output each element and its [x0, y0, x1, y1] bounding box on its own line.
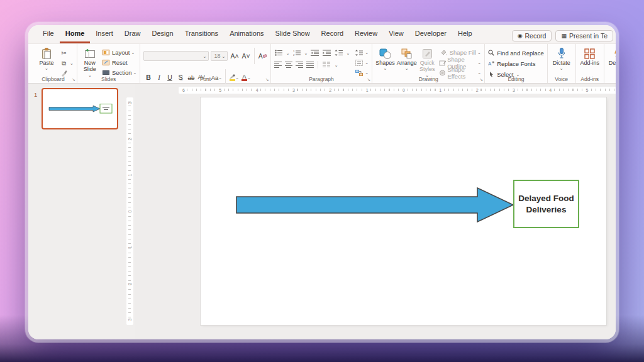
clear-formatting-button[interactable]: A: [258, 52, 267, 61]
editing-group: Find and Replace A Replace Fonts Select …: [485, 44, 547, 83]
voice-group: Dictate ⌄ Voice: [548, 44, 576, 83]
numbering-icon[interactable]: 12: [292, 48, 302, 57]
slide-number: 1: [34, 91, 37, 98]
thumbnail-preview: [43, 89, 117, 128]
slide-canvas[interactable]: Delayed Food Deliveries: [201, 97, 606, 325]
dialog-launcher-icon[interactable]: ↘: [265, 77, 269, 82]
ribbon: Paste ⌄ ✂ ⧉⌄ Clipboard ↘ New Slide ⌄: [28, 43, 616, 84]
chevron-down-icon: ⌄: [384, 66, 387, 70]
chevron-down-icon: ⌄: [70, 61, 74, 65]
dialog-launcher-icon[interactable]: ↘: [479, 77, 483, 82]
ribbon-tab-bar: File Home Insert Draw Design Transitions…: [28, 25, 616, 43]
tab-view[interactable]: View: [383, 25, 409, 43]
font-size-combobox[interactable]: 18⌄: [211, 51, 228, 61]
chevron-down-icon: ⌄: [131, 50, 135, 55]
text-direction-button[interactable]: ⌄: [354, 48, 369, 57]
add-ins-button[interactable]: Add-ins: [579, 47, 601, 66]
addins-group: Add-ins Add-ins: [576, 44, 604, 83]
chevron-down-icon: ⌄: [45, 66, 48, 70]
align-left-icon[interactable]: [274, 60, 282, 69]
dialog-launcher-icon[interactable]: ↘: [367, 77, 370, 82]
align-text-button[interactable]: ⌄: [354, 58, 369, 67]
shapes-button[interactable]: Shapes ⌄: [375, 47, 395, 70]
chevron-down-icon: ⌄: [222, 54, 226, 58]
powerpoint-window: File Home Insert Draw Design Transitions…: [28, 25, 616, 339]
replace-fonts-icon: A: [488, 60, 494, 68]
horizontal-ruler[interactable]: 6 5 4 3 2 1 0 1 2 3 4 5 6: [179, 87, 616, 94]
font-group-label: Font: [140, 76, 270, 82]
tab-animations[interactable]: Animations: [224, 25, 269, 43]
tab-developer[interactable]: Developer: [409, 25, 452, 43]
present-in-teams-button[interactable]: ▦ Present in Te: [555, 30, 613, 41]
delayed-food-deliveries-textbox[interactable]: Delayed Food Deliveries: [513, 180, 579, 228]
columns-icon[interactable]: [322, 60, 331, 69]
paragraph-group-label: Paragraph: [271, 76, 372, 82]
tab-record[interactable]: Record: [316, 25, 349, 43]
arrange-button[interactable]: Arrange ⌄: [397, 47, 417, 70]
tab-help[interactable]: Help: [452, 25, 478, 43]
cut-icon[interactable]: ✂: [59, 49, 69, 58]
chevron-down-icon: ⌄: [560, 66, 564, 70]
tab-draw[interactable]: Draw: [119, 25, 147, 43]
svg-text:2: 2: [293, 53, 295, 56]
paste-button[interactable]: Paste ⌄: [36, 47, 57, 70]
chevron-down-icon: ⌄: [203, 54, 207, 58]
dialog-launcher-icon[interactable]: ↘: [72, 77, 75, 82]
editing-group-label: Editing: [485, 76, 547, 82]
eraser-icon: [263, 54, 267, 58]
vertical-ruler[interactable]: 3 2 1 0 1 2 3: [126, 97, 133, 325]
tab-transitions[interactable]: Transitions: [179, 25, 224, 43]
reset-button[interactable]: Reset: [101, 58, 137, 67]
reset-icon: [101, 58, 111, 67]
record-button[interactable]: ◉ Record: [512, 30, 552, 41]
font-group: ⌄ 18⌄ A˄ A˅ A B I U S ab AV⌄ Aa⌄ ⌄: [140, 44, 270, 83]
tab-file[interactable]: File: [37, 25, 60, 43]
grow-font-button[interactable]: A˄: [230, 52, 239, 61]
microphone-icon: [558, 47, 565, 60]
quick-styles-icon: [422, 47, 433, 60]
tab-insert[interactable]: Insert: [90, 25, 119, 43]
clipboard-icon: [42, 47, 52, 60]
align-right-icon[interactable]: [296, 60, 303, 69]
slide-1-thumbnail[interactable]: [42, 88, 118, 129]
slide-workspace: 6 5 4 3 2 1 0 1 2 3 4 5 6: [135, 84, 616, 339]
slides-group-label: Slides: [77, 76, 140, 82]
quick-styles-button[interactable]: Quick Styles ⌄: [419, 47, 436, 77]
arrange-icon: [401, 47, 413, 60]
line-spacing-icon[interactable]: [334, 48, 343, 57]
tab-design[interactable]: Design: [146, 25, 179, 43]
addins-group-label: Add-ins: [576, 76, 604, 82]
bullets-icon[interactable]: [274, 48, 284, 57]
layout-button[interactable]: Layout ⌄: [101, 48, 137, 57]
record-icon: ◉: [518, 33, 523, 39]
dictate-button[interactable]: Dictate ⌄: [551, 47, 572, 70]
slide-thumbnail-pane: 1: [28, 84, 126, 339]
font-name-combobox[interactable]: ⌄: [143, 51, 209, 61]
find-and-replace-button[interactable]: Find and Replace: [488, 48, 543, 58]
increase-indent-icon[interactable]: [322, 48, 331, 57]
present-icon: ▦: [561, 33, 567, 39]
align-center-icon[interactable]: [285, 60, 292, 69]
chevron-down-icon: ⌄: [133, 70, 137, 75]
tab-review[interactable]: Review: [349, 25, 383, 43]
vertical-ruler-column: 3 2 1 0 1 2 3: [126, 84, 135, 339]
tab-home[interactable]: Home: [60, 25, 91, 43]
shape-outline-icon: [439, 58, 446, 67]
search-icon: [488, 50, 494, 57]
designer-button[interactable]: Designer: [608, 47, 616, 66]
decrease-indent-icon[interactable]: [310, 48, 319, 57]
chevron-down-icon: ⌄: [405, 66, 409, 70]
drawing-group-label: Drawing: [372, 76, 484, 82]
tab-slide-show[interactable]: Slide Show: [270, 25, 316, 43]
shrink-font-button[interactable]: A˅: [242, 52, 251, 61]
text-direction-icon: [354, 48, 364, 57]
paragraph-group: ⌄ 12⌄ ⌄ ⌄ ⌄ ⌄ ⌄: [271, 44, 373, 83]
replace-fonts-button[interactable]: A Replace Fonts: [488, 59, 543, 69]
new-slide-button[interactable]: New Slide ⌄: [80, 47, 99, 77]
justify-icon[interactable]: [306, 60, 314, 69]
svg-text:A: A: [488, 61, 492, 67]
designer-copilot-group: Designer Copilot: [604, 44, 616, 83]
clipboard-group: Paste ⌄ ✂ ⧉⌄ Clipboard ↘: [30, 44, 77, 83]
new-slide-icon: [84, 47, 96, 60]
copy-icon[interactable]: ⧉: [59, 59, 69, 68]
